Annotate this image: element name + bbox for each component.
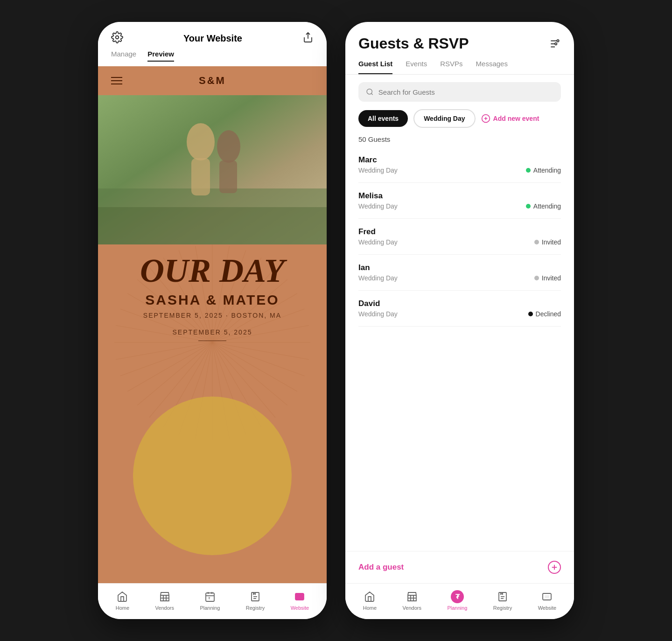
- nav-website[interactable]: Website: [291, 590, 309, 611]
- svg-point-7: [217, 130, 240, 163]
- nav-vendors-label-right: Vendors: [403, 605, 421, 611]
- phone-tabs: Manage Preview: [98, 50, 327, 66]
- wedding-text-block: OUR DAY SASHA & MATEO SEPTEMBER 5, 2025 …: [140, 254, 285, 341]
- add-guest-icon[interactable]: [548, 561, 561, 574]
- status-dot-declined: [528, 312, 533, 316]
- filter-wedding-day[interactable]: Wedding Day: [413, 109, 475, 128]
- filter-all-events[interactable]: All events: [358, 110, 408, 127]
- svg-rect-54: [297, 595, 302, 598]
- phone-header: Your Website: [98, 22, 327, 50]
- guest-item-marc[interactable]: Marc Wedding Day Attending: [358, 147, 561, 183]
- settings-icon[interactable]: [111, 31, 123, 45]
- guest-status-text: Invited: [542, 274, 561, 282]
- tab-preview[interactable]: Preview: [147, 50, 174, 62]
- status-dot-invited: [534, 240, 539, 244]
- gold-circle: [133, 397, 292, 555]
- page-title: Your Website: [183, 33, 242, 44]
- nav-planning-label: Planning: [200, 605, 220, 611]
- svg-point-60: [367, 89, 372, 94]
- nav-planning-label-right: Planning: [447, 605, 467, 611]
- add-event-label: Add new event: [493, 115, 539, 122]
- svg-point-59: [555, 43, 557, 45]
- filter-icon[interactable]: [549, 38, 561, 52]
- guest-event-label: Wedding Day: [358, 238, 398, 246]
- svg-text:₮: ₮: [208, 597, 210, 600]
- search-area: [345, 75, 574, 109]
- event-filters: All events Wedding Day Add new event: [345, 109, 574, 135]
- guest-event-row: Wedding Day Attending: [358, 167, 561, 174]
- guest-event-label: Wedding Day: [358, 274, 398, 282]
- hamburger-icon[interactable]: [111, 77, 122, 84]
- nav-registry-label-right: Registry: [493, 605, 512, 611]
- registry-icon-right: [496, 590, 509, 603]
- guest-item-ian[interactable]: Ian Wedding Day Invited: [358, 255, 561, 291]
- search-input[interactable]: [378, 88, 553, 96]
- status-dot-attending: [526, 168, 531, 173]
- nav-registry-right[interactable]: Registry: [493, 590, 512, 611]
- nav-planning[interactable]: ₮ Planning: [200, 590, 220, 611]
- guest-status: Invited: [534, 238, 561, 246]
- guest-name: Fred: [358, 227, 561, 237]
- nav-registry[interactable]: Registry: [246, 590, 265, 611]
- guest-status-text: Attending: [533, 202, 561, 210]
- guest-item-david[interactable]: David Wedding Day Declined: [358, 291, 561, 327]
- wedding-date-secondary: SEPTEMBER 5, 2025: [140, 328, 285, 336]
- rsvp-title: Guests & RSVP: [358, 35, 469, 52]
- planning-icon: ₮: [203, 590, 217, 603]
- guest-event-row: Wedding Day Invited: [358, 274, 561, 282]
- guest-name: David: [358, 299, 561, 308]
- nav-vendors-right[interactable]: Vendors: [403, 590, 421, 611]
- our-day-headline: OUR DAY: [140, 254, 285, 287]
- add-circle-icon: [481, 114, 490, 123]
- wedding-header-bar: S&M: [98, 66, 327, 95]
- svg-point-58: [557, 40, 559, 42]
- svg-rect-6: [191, 158, 210, 195]
- search-icon: [366, 88, 374, 96]
- tab-manage[interactable]: Manage: [111, 50, 136, 62]
- nav-registry-label: Registry: [246, 605, 265, 611]
- nav-website-right[interactable]: Website: [538, 590, 557, 611]
- rsvp-header: Guests & RSVP: [345, 22, 574, 52]
- hero-photo: [98, 95, 327, 244]
- status-dot-invited: [534, 276, 539, 280]
- nav-home-right[interactable]: Home: [363, 590, 377, 611]
- add-guest-bar[interactable]: Add a guest: [345, 551, 574, 583]
- guest-event-label: Wedding Day: [358, 167, 398, 174]
- guest-status-text: Declined: [536, 310, 561, 318]
- guest-status-text: Attending: [533, 167, 561, 174]
- svg-point-0: [116, 36, 119, 39]
- add-guest-label[interactable]: Add a guest: [358, 563, 404, 572]
- preview-area: S&M: [98, 66, 327, 583]
- search-box[interactable]: [358, 82, 561, 102]
- nav-home-label: Home: [116, 605, 129, 611]
- registry-icon: [249, 590, 262, 603]
- guest-status: Attending: [526, 202, 561, 210]
- guest-status-text: Invited: [542, 238, 561, 246]
- guest-name: Marc: [358, 155, 561, 165]
- svg-rect-72: [545, 595, 549, 598]
- vendors-icon: [158, 590, 171, 603]
- nav-planning-right[interactable]: ₮ Planning: [447, 590, 467, 611]
- guest-event-row: Wedding Day Declined: [358, 310, 561, 318]
- nav-vendors[interactable]: Vendors: [155, 590, 174, 611]
- planning-icon-right: ₮: [451, 590, 464, 603]
- wedding-initials: S&M: [199, 75, 226, 87]
- share-icon[interactable]: [302, 32, 314, 45]
- guest-count-label: 50 Guests: [358, 135, 390, 143]
- nav-home-label-right: Home: [363, 605, 377, 611]
- guest-event-row: Wedding Day Attending: [358, 202, 561, 210]
- guest-item-fred[interactable]: Fred Wedding Day Invited: [358, 219, 561, 255]
- tab-events[interactable]: Events: [406, 60, 427, 74]
- tab-messages[interactable]: Messages: [476, 60, 508, 74]
- nav-home[interactable]: Home: [116, 590, 129, 611]
- guest-item-melisa[interactable]: Melisa Wedding Day Attending: [358, 183, 561, 219]
- tab-rsvps[interactable]: RSVPs: [440, 60, 462, 74]
- left-phone: Your Website Manage Preview S&M: [98, 22, 327, 619]
- add-event-button[interactable]: Add new event: [481, 114, 539, 123]
- wedding-date-location: SEPTEMBER 5, 2025 · BOSTON, MA: [140, 312, 285, 319]
- tab-guest-list[interactable]: Guest List: [358, 60, 392, 74]
- svg-text:₮: ₮: [455, 593, 460, 600]
- svg-point-5: [187, 123, 215, 160]
- status-dot-attending: [526, 204, 531, 209]
- guest-name: Ian: [358, 263, 561, 272]
